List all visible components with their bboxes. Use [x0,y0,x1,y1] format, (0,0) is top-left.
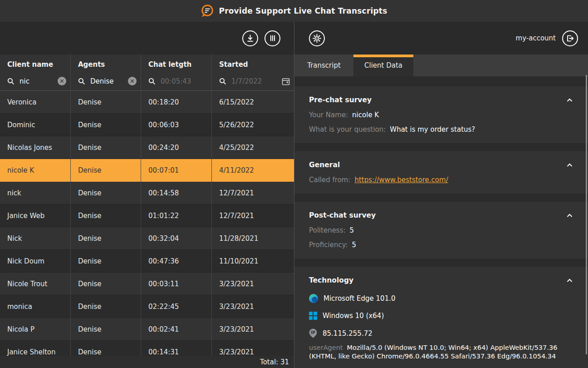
cell-chat-length: 01:01:22 [141,204,212,227]
list-toolbar [0,22,294,55]
app-title: Provide Support Live Chat Transcripts [219,6,387,15]
called-from-link[interactable]: https://www.beststore.com/ [354,176,448,184]
total-bar: Total: 31 [0,356,294,368]
field-row: What is your question:What is my order s… [309,125,573,134]
logout-icon [566,35,574,42]
cell-agent: Denise [71,114,141,136]
cell-agent: Denise [71,318,141,341]
detail-section: General Called from:https://www.beststor… [294,151,588,194]
cell-started: 5/26/2022 [212,114,294,136]
column-label: Chat letgth [148,60,211,69]
cell-started: 11/28/2021 [212,227,294,250]
tech-item: Windows 10 (x64) [309,312,573,320]
cell-client-name: Janice Web [0,204,71,227]
cell-started: 3/23/2021 [212,273,294,295]
table-row[interactable]: Nick Denise 00:32:04 11/28/2021 [0,227,294,250]
cell-agent: Denise [71,250,141,273]
table-row[interactable]: Nicole Trout Denise 00:03:11 3/23/2021 [0,273,294,295]
clear-filter-icon[interactable]: ✕ [58,77,66,85]
cell-client-name: nick [0,182,71,204]
app-header: Provide Support Live Chat Transcripts [0,0,588,22]
search-icon [219,78,226,85]
column-label: Client name [7,60,70,69]
section-title: Technology [309,276,353,284]
cell-agent: Denise [71,91,141,114]
field-row: userAgentMozilla/5.0 (Windows NT 10.0; W… [309,343,573,361]
tab-transcript[interactable]: Transcript [294,55,353,76]
table-row[interactable]: Nicolas Jones Denise 00:24:20 4/25/2022 [0,136,294,159]
detail-tabs: Transcript Client Data [294,55,588,76]
table-row[interactable]: Dominic Denise 00:06:03 5/26/2022 [0,114,294,136]
transcripts-list-panel: Client name nic ✕ Agents Denise ✕ Chat l… [0,22,294,368]
chat-length-filter-input[interactable]: 00:05:43 [148,76,211,86]
field-label: What is your question: [309,125,386,134]
scrollbar-thumb[interactable] [586,75,587,354]
cell-started: 11/10/2021 [212,250,294,273]
field-row: Proficiency:5 [309,240,573,249]
tech-item: Microsoft Edge 101.0 [309,294,573,303]
download-icon [246,35,254,42]
table-row[interactable]: nicole K Denise 00:07:01 4/11/2022 [0,159,294,182]
tab-client-data[interactable]: Client Data [353,55,413,76]
cell-client-name: Nicolas Jones [0,136,71,159]
cell-agent: Denise [71,204,141,227]
cell-client-name: Nick Doum [0,250,71,273]
field-label: userAgent [309,344,343,351]
cell-client-name: Nick [0,227,71,250]
search-icon [78,78,85,85]
column-client-name: Client name nic ✕ [0,55,71,90]
cell-started: 3/23/2021 [212,318,294,341]
transcript-detail-panel: my-account Transcript Client Data Pre-ch… [294,22,588,368]
table-row[interactable]: Nick Doum Denise 00:47:36 11/10/2021 [0,250,294,273]
chevron-up-icon[interactable] [566,275,573,285]
table-row[interactable]: Veronica Denise 00:18:20 6/15/2022 [0,91,294,114]
cell-agent: Denise [71,273,141,295]
columns-icon [269,35,276,42]
table-row[interactable]: Janice Web Denise 01:01:22 12/7/2021 [0,204,294,227]
field-row: Your Name:nicole K [309,110,573,119]
detail-section: Pre-chat survey Your Name:nicole KWhat i… [294,86,588,143]
logout-button[interactable] [562,30,578,46]
cell-started: 12/7/2021 [212,182,294,204]
chevron-up-icon[interactable] [566,94,573,105]
cell-started: 6/15/2022 [212,91,294,114]
cell-chat-length: 00:02:41 [141,318,212,341]
settings-button[interactable] [309,30,325,46]
cell-agent: Denise [71,295,141,318]
table-row[interactable]: Nicola P Denise 00:02:41 3/23/2021 [0,318,294,341]
field-value: Mozilla/5.0 (Windows NT 10.0; Win64; x64… [309,344,557,360]
cell-agent: Denise [71,159,141,182]
cell-client-name: Dominic [0,114,71,136]
tech-item-text: 85.115.255.72 [323,329,372,338]
download-button[interactable] [242,30,258,46]
search-icon [148,78,156,85]
cell-chat-length: 00:24:20 [141,136,212,159]
clear-filter-icon[interactable]: ✕ [128,77,137,85]
calendar-icon[interactable] [282,77,290,87]
field-label: Your Name: [309,111,348,119]
column-agents: Agents Denise ✕ [71,55,141,90]
cell-chat-length: 00:06:03 [141,114,212,136]
column-label: Agents [78,60,141,69]
ip-pin-icon: IP [309,328,317,338]
cell-chat-length: 00:03:11 [141,273,212,295]
field-label: Called from: [309,176,350,184]
tech-item-text: Microsoft Edge 101.0 [323,294,396,303]
field-value: 5 [350,226,354,234]
columns-button[interactable] [265,30,280,46]
filter-value: nic [20,77,29,85]
filter-placeholder: 1/7/2022 [231,77,262,85]
table-row[interactable]: nick Denise 00:14:58 12/7/2021 [0,182,294,204]
chevron-up-icon[interactable] [566,210,573,220]
cell-started: 4/11/2022 [212,159,294,182]
cell-chat-length: 00:14:58 [141,182,212,204]
chevron-up-icon[interactable] [566,159,573,170]
edge-icon [309,294,318,303]
table-row[interactable]: monica Denise 02:22:45 3/23/2021 [0,295,294,318]
filter-value: Denise [90,77,114,85]
field-row: Politeness:5 [309,226,573,235]
tech-item-text: Windows 10 (x64) [323,312,384,320]
table-header: Client name nic ✕ Agents Denise ✕ Chat l… [0,55,294,91]
field-label: Politeness: [309,226,346,234]
cell-agent: Denise [71,227,141,250]
